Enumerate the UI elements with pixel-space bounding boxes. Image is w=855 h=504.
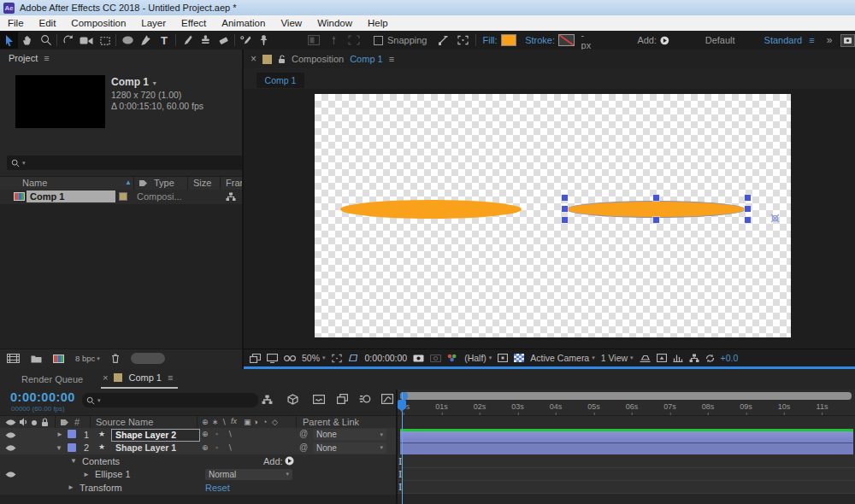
grid-guides-icon[interactable] (332, 354, 342, 363)
contents-row[interactable]: ▼ Contents Add: (0, 454, 396, 468)
column-name[interactable]: Name (22, 178, 47, 188)
resolution-dropdown[interactable]: (Half) ▾ (464, 353, 492, 363)
layer-name[interactable]: Shape Layer 1 (115, 442, 176, 453)
menu-edit[interactable]: Edit (32, 15, 64, 31)
view-layout-dropdown[interactable]: Active Camera ▾ (530, 353, 594, 363)
snap-bounds-icon[interactable] (457, 35, 469, 45)
label-column-icon[interactable] (60, 419, 69, 426)
region-of-interest-icon[interactable] (348, 354, 359, 362)
roto-brush-tool[interactable] (237, 32, 255, 49)
exposure-value[interactable]: +0.0 (721, 353, 739, 363)
layer-draft-icon[interactable]: ∖ (227, 443, 233, 452)
selection-handle-se[interactable] (745, 217, 751, 223)
snapping-checkbox[interactable] (374, 36, 383, 45)
layer-row-2[interactable]: ▼ 2 ★ Shape Layer 1 ⊕ ◦ ∖ @ None ▾ (0, 442, 396, 456)
show-channel-icon[interactable] (447, 354, 458, 362)
project-search-input[interactable] (28, 157, 239, 168)
project-item-name[interactable]: Comp 1 (27, 190, 115, 202)
render-queue-tab[interactable]: Render Queue (21, 374, 83, 384)
interpret-footage-icon[interactable] (7, 354, 20, 363)
selection-handle-w[interactable] (562, 206, 568, 212)
sort-ascending-icon[interactable]: ▲ (125, 179, 132, 186)
ellipse-property-label[interactable]: Ellipse 1 (95, 469, 131, 479)
brush-tool[interactable] (178, 32, 196, 49)
parent-dropdown[interactable]: None ▾ (313, 442, 386, 454)
shy-layers-icon[interactable] (313, 395, 325, 404)
quality-switch-icon[interactable]: ⊕ (202, 418, 209, 426)
type-tool[interactable]: T (155, 32, 173, 49)
fill-label[interactable]: Fill: (482, 35, 497, 45)
pan-behind-tool[interactable] (96, 32, 114, 49)
camera-tool[interactable] (78, 32, 96, 49)
project-panel-menu-icon[interactable]: ≡ (44, 53, 49, 63)
source-name-column[interactable]: Source Name (96, 417, 153, 427)
selection-handle-nw[interactable] (562, 195, 568, 201)
column-size[interactable]: Size (193, 178, 211, 188)
expand-ellipse-icon[interactable]: ► (83, 471, 90, 478)
menu-animation[interactable]: Animation (214, 15, 273, 31)
menu-window[interactable]: Window (310, 15, 360, 31)
property-visibility-icon[interactable] (5, 471, 16, 478)
audio-column-icon[interactable] (19, 418, 27, 426)
motion-blur-icon[interactable] (359, 394, 371, 404)
composition-mini-flowchart-icon[interactable] (262, 395, 273, 405)
workspace-menu-icon[interactable]: ≡ (809, 35, 814, 45)
expand-layer-icon[interactable]: ► (56, 431, 63, 438)
preview-caret-icon[interactable]: ▼ (151, 80, 157, 86)
selection-handle-n[interactable] (653, 195, 659, 201)
panel-close-icon[interactable]: × (251, 53, 256, 65)
unlock-icon[interactable] (278, 55, 286, 64)
new-folder-icon[interactable] (31, 355, 42, 363)
exposure-reset-icon[interactable] (657, 354, 667, 362)
selection-handle-e[interactable] (745, 206, 751, 212)
selection-handle-s[interactable] (653, 217, 659, 223)
layer-name-editing[interactable]: Shape Layer 2 (111, 429, 200, 442)
solo-column-icon[interactable] (31, 419, 38, 426)
frame-blending-icon[interactable] (337, 394, 348, 404)
playhead-handle[interactable] (398, 400, 406, 407)
eraser-tool[interactable] (214, 32, 232, 49)
fast-previews-icon[interactable] (498, 354, 508, 362)
timeline-tab-close-icon[interactable]: × (103, 372, 108, 383)
comp-panel-menu-icon[interactable]: ≡ (389, 54, 394, 64)
ellipse-shape-2-selected[interactable] (566, 201, 746, 218)
hand-tool[interactable] (18, 32, 36, 49)
collapse-layer-icon[interactable]: ▼ (56, 444, 62, 452)
timeline-tab-menu-icon[interactable]: ≡ (168, 372, 173, 383)
menu-file[interactable]: File (0, 15, 32, 31)
video-column-icon[interactable] (5, 419, 16, 426)
exposure-adjust-icon[interactable] (705, 354, 715, 363)
parent-dropdown[interactable]: None ▾ (313, 429, 386, 440)
ellipse-shape-1[interactable] (340, 200, 522, 219)
add-property-button[interactable] (285, 456, 294, 466)
draft-3d-icon[interactable] (287, 394, 298, 405)
new-composition-icon[interactable] (53, 355, 64, 363)
stroke-swatch[interactable] (558, 34, 575, 46)
timeline-search[interactable]: ▾ (82, 393, 258, 407)
stroke-label[interactable]: Stroke: (525, 35, 555, 45)
effects-switch-icon[interactable]: fx (231, 417, 237, 425)
layer-bar-2[interactable] (400, 443, 853, 454)
menu-composition[interactable]: Composition (63, 15, 133, 31)
transform-row[interactable]: ► Transform Reset (0, 481, 396, 495)
layer-collapse-icon[interactable]: ◦ (215, 430, 218, 438)
selection-tool[interactable] (0, 32, 18, 49)
frame-blend-switch-icon[interactable]: ▣ (244, 418, 251, 426)
fill-swatch[interactable] (501, 34, 517, 46)
timeline-comp-tab[interactable]: × Comp 1 ≡ (103, 372, 173, 383)
flowchart-icon[interactable] (226, 192, 236, 202)
label-column-icon[interactable] (139, 179, 148, 187)
item-label-color[interactable] (119, 192, 127, 201)
histogram-icon[interactable] (673, 354, 683, 362)
menu-layer[interactable]: Layer (133, 15, 174, 31)
project-search[interactable]: ▾ (7, 155, 243, 170)
anchor-point-icon[interactable] (770, 213, 781, 224)
pixel-aspect-icon[interactable] (640, 354, 651, 362)
viewer-timecode[interactable]: 0:00:00:00 (365, 353, 408, 363)
layer-visibility-icon[interactable] (5, 431, 16, 439)
lock-column-icon[interactable] (41, 418, 49, 427)
toolbar-overflow-icon[interactable]: » (827, 34, 833, 46)
project-tab[interactable]: Project (9, 53, 38, 63)
contents-label[interactable]: Contents (82, 456, 120, 466)
puppet-pin-tool[interactable] (255, 32, 273, 49)
